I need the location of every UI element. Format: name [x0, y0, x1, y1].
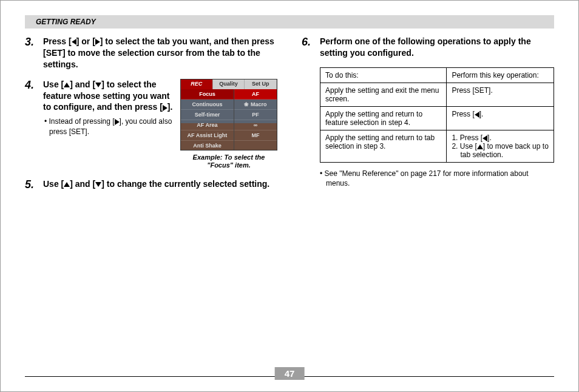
- menu-tab-quality: Quality: [213, 79, 245, 89]
- left-column: 3. Press [] or [] to select the tab you …: [25, 36, 290, 200]
- menu-option: ∞: [234, 120, 277, 130]
- menu-figure: REC Quality Set Up Focus Continuous Self…: [180, 79, 277, 171]
- step-6: 6. Perform one of the following operatio…: [302, 36, 554, 59]
- step-number: 5.: [25, 178, 43, 192]
- left-arrow-icon: [475, 112, 479, 118]
- step-text: Use [] and [] to select the feature whos…: [43, 79, 277, 171]
- page-footer: 47: [25, 376, 554, 377]
- step-4: 4. Use [] and [] to select the feature w…: [25, 79, 277, 171]
- menu-item: Continuous: [181, 100, 234, 110]
- step-text: Perform one of the following operations …: [320, 36, 554, 59]
- menu-item: Self-timer: [181, 110, 234, 120]
- page-columns: 3. Press [] or [] to select the tab you …: [1, 36, 578, 200]
- table-cell: Apply the setting and return to tab sele…: [320, 130, 447, 162]
- text: ] or [: [76, 36, 95, 46]
- text: ].: [479, 110, 484, 118]
- text: • Instead of pressing [: [44, 117, 115, 126]
- menu-option: PF: [234, 110, 277, 120]
- up-arrow-icon: [477, 144, 483, 149]
- table-row: Apply the setting and exit the menu scre…: [320, 83, 554, 106]
- right-arrow-icon: [95, 39, 100, 45]
- text: 2. Use [: [452, 142, 476, 150]
- table-row: Apply the setting and return to tab sele…: [320, 130, 554, 162]
- text: 1. Press [: [452, 133, 482, 142]
- menu-option: MF: [234, 130, 277, 141]
- down-arrow-icon: [95, 182, 101, 187]
- menu-option: AF: [234, 89, 277, 100]
- menu-item: Focus: [181, 89, 234, 100]
- menu-tab-rec: REC: [181, 79, 213, 89]
- table-cell: Apply the setting and exit the menu scre…: [320, 83, 447, 106]
- step-bullet: • Instead of pressing [], you could also…: [43, 117, 175, 136]
- step-3: 3. Press [] or [] to select the tab you …: [25, 36, 277, 70]
- text: Press [: [452, 110, 474, 118]
- menu-item: Anti Shake: [181, 141, 234, 150]
- down-arrow-icon: [95, 83, 101, 87]
- footnote: • See "Menu Reference" on page 217 for m…: [320, 169, 554, 188]
- text: Press [: [43, 36, 72, 46]
- step-text: Use [] and [] to change the currently se…: [43, 178, 277, 192]
- key-operations-table: To do this: Perform this key operation: …: [320, 67, 554, 163]
- table-header: Perform this key operation:: [447, 67, 554, 83]
- section-header: GETTING READY: [25, 15, 554, 29]
- right-arrow-icon: [163, 105, 168, 111]
- menu-option-list: AF ❀ Macro PF ∞ MF: [234, 89, 277, 150]
- step-text: Press [] or [] to select the tab you wan…: [43, 36, 277, 70]
- menu-tab-setup: Set Up: [245, 79, 277, 89]
- step-number: 6.: [302, 36, 320, 59]
- table-header: To do this:: [320, 67, 447, 83]
- table-cell: Press [].: [447, 106, 554, 130]
- text: ] and [: [70, 79, 95, 89]
- table-cell: Apply the setting and return to feature …: [320, 106, 447, 130]
- step-number: 3.: [25, 36, 43, 70]
- step-number: 4.: [25, 79, 43, 171]
- text: ] to change the currently selected setti…: [101, 179, 269, 189]
- text: Use [: [43, 179, 64, 189]
- table-cell: 1. Press []. 2. Use [] to move back up t…: [447, 130, 554, 162]
- left-arrow-icon: [72, 39, 76, 45]
- text: ] and [: [70, 179, 95, 189]
- menu-screenshot: REC Quality Set Up Focus Continuous Self…: [180, 79, 277, 150]
- menu-item: AF Area: [181, 120, 234, 130]
- left-arrow-icon: [482, 135, 487, 141]
- right-column: 6. Perform one of the following operatio…: [290, 36, 554, 200]
- table-cell: Press [SET].: [447, 83, 554, 106]
- table-header-row: To do this: Perform this key operation:: [320, 67, 554, 83]
- menu-item-list: Focus Continuous Self-timer AF Area AF A…: [181, 89, 234, 150]
- up-arrow-icon: [64, 182, 70, 187]
- up-arrow-icon: [64, 83, 70, 87]
- figure-caption: Example: To select the "Focus" item.: [180, 154, 277, 171]
- text: ].: [487, 133, 492, 142]
- menu-option: ❀ Macro: [234, 100, 277, 110]
- right-arrow-icon: [115, 119, 120, 125]
- menu-item: AF Assist Light: [181, 130, 234, 141]
- text: Use [: [43, 79, 64, 89]
- step-5: 5. Use [] and [] to change the currently…: [25, 178, 277, 192]
- table-row: Apply the setting and return to feature …: [320, 106, 554, 130]
- text: ].: [168, 102, 173, 112]
- page-number: 47: [275, 367, 305, 380]
